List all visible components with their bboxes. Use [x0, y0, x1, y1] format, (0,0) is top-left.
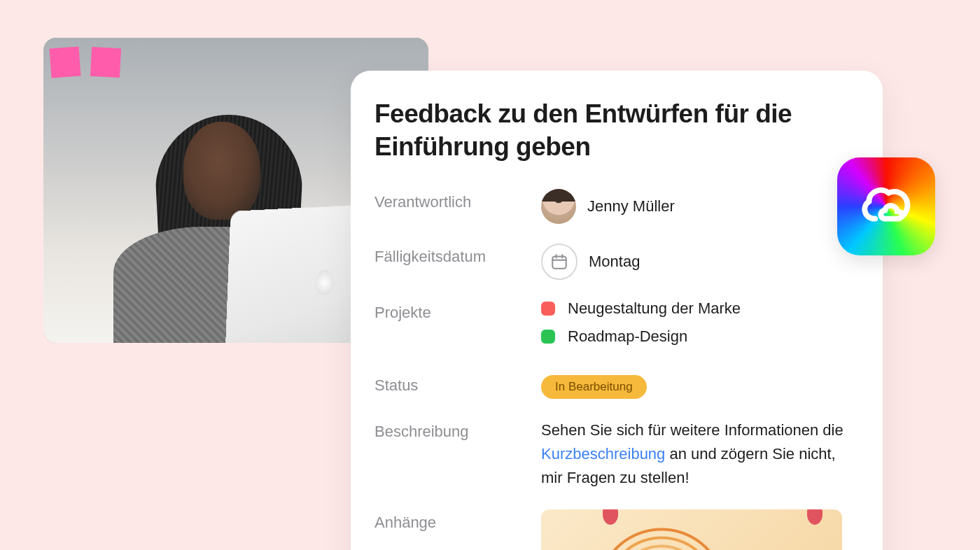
field-status: Status In Bearbeitung [374, 375, 849, 399]
project-name: Roadmap-Design [568, 327, 687, 346]
avatar[interactable] [541, 189, 576, 224]
status-label: Status [374, 375, 541, 395]
due-date-value[interactable]: Montag [541, 244, 849, 280]
assignee-value[interactable]: Jenny Müller [541, 189, 849, 224]
projects-list: Neugestaltung der Marke Roadmap-Design [541, 299, 849, 355]
due-date-label: Fälligkeitsdatum [374, 244, 541, 266]
sticky-note [50, 47, 81, 78]
attachment-thumbnail[interactable] [541, 509, 842, 550]
status-value: In Bearbeitung [541, 375, 849, 399]
field-attachments: Anhänge [374, 509, 849, 550]
description-label: Beschreibung [374, 418, 541, 441]
sticky-note [90, 47, 121, 78]
project-name: Neugestaltung der Marke [568, 299, 741, 318]
project-item[interactable]: Roadmap-Design [541, 327, 849, 346]
calendar-icon [541, 244, 578, 280]
task-title: Feedback zu den Entwürfen für die Einfüh… [374, 97, 849, 164]
project-color-swatch [541, 330, 555, 344]
field-projects: Projekte Neugestaltung der Marke Roadmap… [374, 299, 849, 355]
attachments-value [541, 509, 849, 550]
projects-label: Projekte [374, 299, 541, 322]
adobe-creative-cloud-icon[interactable] [837, 157, 935, 255]
svg-rect-0 [552, 256, 566, 268]
field-description: Beschreibung Sehen Sie sich für weitere … [374, 418, 849, 490]
assignee-name: Jenny Müller [587, 197, 675, 216]
description-pre: Sehen Sie sich für weitere Informationen… [541, 421, 844, 439]
due-date-text: Montag [589, 253, 640, 271]
task-detail-card: Feedback zu den Entwürfen für die Einfüh… [351, 71, 883, 550]
description-text[interactable]: Sehen Sie sich für weitere Informationen… [541, 418, 849, 490]
field-due-date: Fälligkeitsdatum Montag [374, 244, 849, 280]
attachments-label: Anhänge [374, 509, 541, 532]
project-item[interactable]: Neugestaltung der Marke [541, 299, 849, 318]
person-illustration [71, 101, 337, 343]
status-badge[interactable]: In Bearbeitung [541, 375, 647, 399]
field-assignee: Verantwortlich Jenny Müller [374, 189, 849, 224]
assignee-label: Verantwortlich [374, 189, 541, 211]
description-link[interactable]: Kurzbeschreibung [541, 445, 665, 463]
project-color-swatch [541, 302, 555, 316]
